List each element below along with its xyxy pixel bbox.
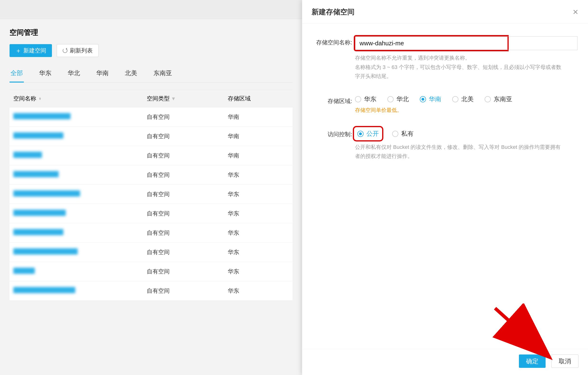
sort-icon: ▲▼ [39, 97, 42, 100]
cell-region: 华南 [228, 132, 289, 140]
tab-na[interactable]: 北美 [124, 66, 138, 83]
drawer-header: 新建存储空间 ✕ [302, 0, 588, 23]
table-row[interactable]: 自有空间华南 [10, 107, 293, 127]
refresh-icon [63, 48, 67, 53]
cell-type: 自有空间 [147, 248, 228, 256]
col-name-label: 空间名称 [13, 95, 36, 102]
cell-name [13, 113, 147, 121]
form-row-region: 存储区域: 华东 华北 华南 北美 东南亚 存储空间单价最低。 [313, 95, 578, 114]
filter-icon: ▾ [172, 95, 175, 102]
plus-icon: ＋ [15, 47, 21, 54]
cell-type: 自有空间 [147, 152, 228, 159]
cell-type: 自有空间 [147, 210, 228, 217]
cell-region: 华东 [228, 287, 289, 295]
region-radio-east[interactable]: 华东 [355, 95, 377, 103]
space-table: 空间名称 ▲▼ 空间类型 ▾ 存储区域 自有空间华南自有空间华南自有空间华南自有… [10, 90, 293, 301]
radio-icon [452, 96, 458, 102]
cell-type: 自有空间 [147, 287, 228, 295]
access-radio-public[interactable]: 公开 [355, 128, 381, 139]
refresh-list-label: 刷新列表 [70, 47, 93, 54]
cell-region: 华东 [228, 190, 289, 198]
region-radios: 华东 华北 华南 北美 东南亚 [355, 95, 578, 103]
table-row[interactable]: 自有空间华东 [10, 204, 293, 223]
access-radio-private[interactable]: 私有 [392, 130, 414, 138]
radio-icon [387, 96, 394, 102]
page-title: 空间管理 [10, 28, 293, 37]
radio-icon [485, 96, 491, 102]
col-name[interactable]: 空间名称 ▲▼ [13, 95, 147, 102]
radio-icon [420, 96, 426, 102]
region-radio-north[interactable]: 华北 [387, 95, 409, 103]
cell-type: 自有空间 [147, 190, 228, 198]
region-radio-sea[interactable]: 东南亚 [485, 95, 512, 103]
cell-type: 自有空间 [147, 113, 228, 121]
radio-icon [355, 96, 361, 102]
region-radio-south[interactable]: 华南 [420, 95, 441, 103]
cell-name [13, 171, 147, 179]
create-space-drawer: 新建存储空间 ✕ 存储空间名称: 存储空间名称不允许重复，遇到冲突请更换名称。 … [302, 0, 588, 375]
table-row[interactable]: 自有空间华东 [10, 185, 293, 204]
cell-name [13, 229, 147, 237]
tab-south[interactable]: 华南 [95, 66, 110, 83]
cell-name [13, 287, 147, 295]
cell-name [13, 248, 147, 256]
table-row[interactable]: 自有空间华东 [10, 165, 293, 185]
tab-north[interactable]: 华北 [67, 66, 81, 83]
table-row[interactable]: 自有空间华东 [10, 281, 293, 301]
region-radio-na[interactable]: 北美 [452, 95, 474, 103]
col-type-label: 空间类型 [147, 95, 170, 102]
radio-icon [357, 131, 364, 137]
drawer-body: 存储空间名称: 存储空间名称不允许重复，遇到冲突请更换名称。 名称格式为 3 ~… [302, 23, 588, 349]
cell-name [13, 268, 147, 275]
form-row-name: 存储空间名称: 存储空间名称不允许重复，遇到冲突请更换名称。 名称格式为 3 ~… [313, 36, 578, 81]
cell-region: 华东 [228, 210, 289, 217]
page-body: 空间管理 ＋ 新建空间 刷新列表 全部 华东 华北 华南 北美 东南亚 空间名称… [0, 19, 302, 375]
cell-type: 自有空间 [147, 268, 228, 275]
refresh-list-button[interactable]: 刷新列表 [57, 44, 99, 57]
cell-name [13, 132, 147, 140]
drawer-footer: 确定 取消 [302, 349, 588, 375]
table-row[interactable]: 自有空间华东 [10, 223, 293, 243]
col-region: 存储区域 [228, 95, 289, 102]
cell-name [13, 152, 147, 159]
name-help-2: 名称格式为 3 ~ 63 个字符，可以包含小写字母、数字、短划线，且必须以小写字… [355, 63, 565, 81]
table-row[interactable]: 自有空间华南 [10, 146, 293, 165]
cell-region: 华东 [228, 229, 289, 237]
cell-name [13, 210, 147, 217]
table-body: 自有空间华南自有空间华南自有空间华南自有空间华东自有空间华东自有空间华东自有空间… [10, 107, 293, 301]
table-row[interactable]: 自有空间华东 [10, 262, 293, 281]
tab-all[interactable]: 全部 [10, 66, 24, 83]
radio-icon [392, 131, 398, 137]
drawer-title: 新建存储空间 [312, 7, 355, 17]
create-space-label: 新建空间 [23, 47, 46, 54]
region-note: 存储空间单价最低。 [355, 107, 578, 114]
cell-type: 自有空间 [147, 171, 228, 179]
name-label: 存储空间名称: [313, 36, 355, 81]
cell-type: 自有空间 [147, 132, 228, 140]
table-header: 空间名称 ▲▼ 空间类型 ▾ 存储区域 [10, 90, 293, 107]
cell-name [13, 190, 147, 198]
cell-region: 华东 [228, 248, 289, 256]
create-space-button[interactable]: ＋ 新建空间 [10, 44, 52, 57]
cancel-button[interactable]: 取消 [551, 354, 578, 368]
action-bar: ＋ 新建空间 刷新列表 [10, 44, 293, 57]
tab-sea[interactable]: 东南亚 [152, 66, 173, 83]
cell-region: 华南 [228, 152, 289, 159]
cell-region: 华南 [228, 113, 289, 121]
region-tabs: 全部 华东 华北 华南 北美 东南亚 [10, 66, 293, 83]
table-row[interactable]: 自有空间华南 [10, 127, 293, 146]
space-name-input[interactable] [355, 36, 507, 50]
tab-east[interactable]: 华东 [38, 66, 52, 83]
cell-type: 自有空间 [147, 229, 228, 237]
table-row[interactable]: 自有空间华东 [10, 243, 293, 262]
name-help-1: 存储空间名称不允许重复，遇到冲突请更换名称。 [355, 54, 565, 62]
access-label: 访问控制: [313, 128, 355, 161]
cell-region: 华东 [228, 268, 289, 275]
close-icon[interactable]: ✕ [573, 9, 578, 16]
access-radios: 公开 私有 [355, 128, 578, 139]
col-region-label: 存储区域 [228, 95, 251, 102]
ok-button[interactable]: 确定 [519, 354, 546, 368]
cell-region: 华东 [228, 171, 289, 179]
access-help: 公开和私有仅对 Bucket 的读文件生效，修改、删除、写入等对 Bucket … [355, 143, 565, 161]
col-type[interactable]: 空间类型 ▾ [147, 95, 228, 102]
